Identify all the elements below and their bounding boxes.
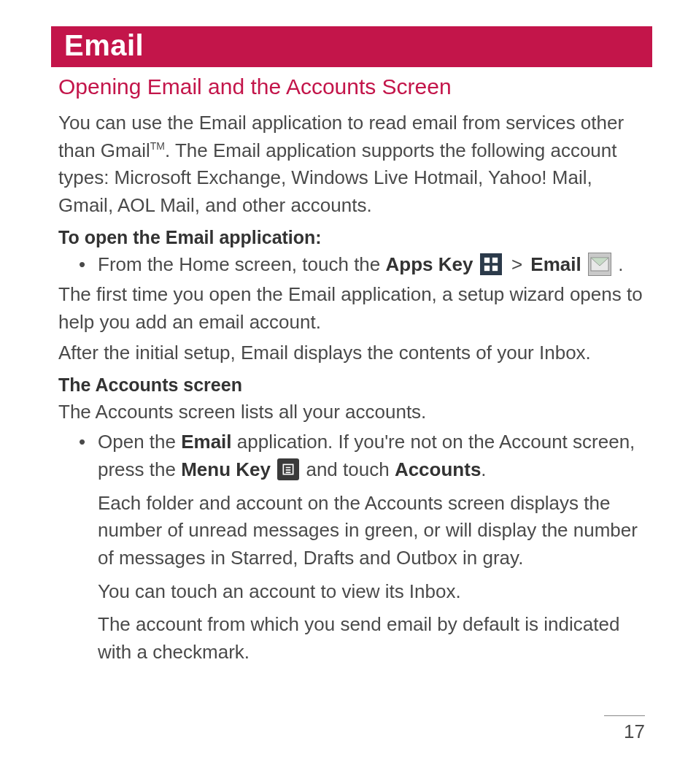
- accounts-steps: Open the Email application. If you're no…: [58, 428, 652, 483]
- svg-rect-0: [484, 258, 490, 263]
- open-app-steps: From the Home screen, touch the Apps Key…: [58, 251, 652, 279]
- apps-key-icon: [480, 253, 502, 275]
- menu-key-label: Menu Key: [181, 458, 271, 480]
- accounts-period: .: [481, 458, 486, 480]
- accounts-label: Accounts: [395, 458, 481, 480]
- trademark-symbol: TM: [150, 140, 165, 152]
- after-open-para-2: After the initial setup, Email displays …: [58, 339, 652, 367]
- menu-key-icon: [277, 458, 299, 480]
- open-app-step: From the Home screen, touch the Apps Key…: [58, 251, 652, 279]
- intro-paragraph: You can use the Email application to rea…: [58, 109, 652, 220]
- accounts-sub-3: The account from which you send email by…: [98, 611, 652, 666]
- page-number: 17: [604, 720, 645, 743]
- page-footer: 17: [604, 715, 645, 743]
- svg-rect-1: [492, 258, 498, 263]
- breadcrumb-separator: >: [511, 253, 522, 275]
- chapter-title: Email: [64, 29, 144, 61]
- section-heading: Opening Email and the Accounts Screen: [58, 74, 652, 99]
- accounts-screen-heading: The Accounts screen: [58, 374, 652, 396]
- email-app-icon: [588, 253, 611, 276]
- footer-rule: [604, 715, 645, 716]
- accounts-intro: The Accounts screen lists all your accou…: [58, 399, 652, 426]
- chapter-title-bar: Email: [51, 26, 652, 67]
- email-label-inline: Email: [181, 431, 231, 453]
- step-period: .: [618, 253, 623, 275]
- svg-rect-2: [484, 266, 490, 271]
- after-open-para-1: The first time you open the Email applic…: [58, 281, 652, 336]
- accounts-step: Open the Email application. If you're no…: [58, 428, 652, 483]
- manual-page: Email Opening Email and the Accounts Scr…: [0, 0, 696, 784]
- email-app-label: Email: [530, 253, 581, 275]
- accounts-text-pre: Open the: [98, 431, 181, 453]
- accounts-text-post1: and touch: [301, 458, 395, 480]
- open-app-heading: To open the Email application:: [58, 227, 652, 248]
- step-text-pre: From the Home screen, touch the: [98, 253, 386, 275]
- apps-key-label: Apps Key: [386, 253, 473, 275]
- svg-rect-3: [492, 266, 498, 271]
- accounts-sub-2: You can touch an account to view its Inb…: [98, 578, 652, 606]
- accounts-sub-1: Each folder and account on the Accounts …: [98, 490, 652, 572]
